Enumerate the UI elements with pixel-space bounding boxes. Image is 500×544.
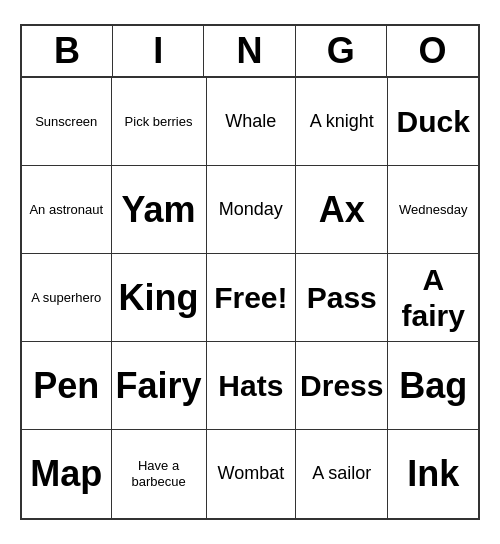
cell-r4-c1[interactable]: Have a barbecue xyxy=(112,430,207,518)
cell-text-r4-c0: Map xyxy=(30,452,102,495)
cell-r3-c1[interactable]: Fairy xyxy=(112,342,207,430)
cell-r2-c4[interactable]: A fairy xyxy=(388,254,478,342)
cell-text-r2-c2: Free! xyxy=(214,280,287,316)
header-letter-b: B xyxy=(22,26,113,76)
cell-text-r2-c3: Pass xyxy=(307,280,377,316)
cell-text-r0-c2: Whale xyxy=(225,111,276,133)
cell-text-r2-c1: King xyxy=(119,276,199,319)
cell-r0-c3[interactable]: A knight xyxy=(296,78,388,166)
cell-text-r1-c3: Ax xyxy=(319,188,365,231)
cell-r1-c3[interactable]: Ax xyxy=(296,166,388,254)
cell-text-r4-c3: A sailor xyxy=(312,463,371,485)
cell-text-r1-c0: An astronaut xyxy=(29,202,103,218)
cell-r3-c4[interactable]: Bag xyxy=(388,342,478,430)
cell-text-r3-c4: Bag xyxy=(399,364,467,407)
cell-text-r1-c2: Monday xyxy=(219,199,283,221)
cell-r1-c1[interactable]: Yam xyxy=(112,166,207,254)
header-letter-i: I xyxy=(113,26,204,76)
cell-r0-c2[interactable]: Whale xyxy=(207,78,297,166)
cell-text-r3-c1: Fairy xyxy=(116,364,202,407)
cell-r4-c2[interactable]: Wombat xyxy=(207,430,297,518)
cell-r0-c4[interactable]: Duck xyxy=(388,78,478,166)
cell-r1-c4[interactable]: Wednesday xyxy=(388,166,478,254)
bingo-grid: SunscreenPick berriesWhaleA knightDuckAn… xyxy=(22,78,478,518)
cell-r2-c0[interactable]: A superhero xyxy=(22,254,112,342)
cell-r4-c3[interactable]: A sailor xyxy=(296,430,388,518)
cell-text-r4-c4: Ink xyxy=(407,452,459,495)
cell-r3-c2[interactable]: Hats xyxy=(207,342,297,430)
header-letter-o: O xyxy=(387,26,478,76)
cell-text-r0-c4: Duck xyxy=(397,104,470,140)
cell-text-r4-c1: Have a barbecue xyxy=(116,458,202,489)
cell-text-r1-c1: Yam xyxy=(122,188,196,231)
header-letter-n: N xyxy=(204,26,295,76)
cell-r4-c4[interactable]: Ink xyxy=(388,430,478,518)
cell-r2-c1[interactable]: King xyxy=(112,254,207,342)
bingo-header: BINGO xyxy=(22,26,478,78)
cell-r1-c2[interactable]: Monday xyxy=(207,166,297,254)
cell-r0-c1[interactable]: Pick berries xyxy=(112,78,207,166)
cell-r3-c0[interactable]: Pen xyxy=(22,342,112,430)
cell-text-r2-c0: A superhero xyxy=(31,290,101,306)
cell-r3-c3[interactable]: Dress xyxy=(296,342,388,430)
cell-text-r2-c4: A fairy xyxy=(392,262,474,334)
cell-text-r0-c1: Pick berries xyxy=(125,114,193,130)
cell-text-r4-c2: Wombat xyxy=(217,463,284,485)
cell-text-r0-c0: Sunscreen xyxy=(35,114,97,130)
cell-r2-c3[interactable]: Pass xyxy=(296,254,388,342)
cell-text-r1-c4: Wednesday xyxy=(399,202,467,218)
cell-r2-c2[interactable]: Free! xyxy=(207,254,297,342)
bingo-card: BINGO SunscreenPick berriesWhaleA knight… xyxy=(20,24,480,520)
header-letter-g: G xyxy=(296,26,387,76)
cell-r0-c0[interactable]: Sunscreen xyxy=(22,78,112,166)
cell-text-r0-c3: A knight xyxy=(310,111,374,133)
cell-text-r3-c2: Hats xyxy=(218,368,283,404)
cell-text-r3-c3: Dress xyxy=(300,368,383,404)
cell-r1-c0[interactable]: An astronaut xyxy=(22,166,112,254)
cell-text-r3-c0: Pen xyxy=(33,364,99,407)
cell-r4-c0[interactable]: Map xyxy=(22,430,112,518)
